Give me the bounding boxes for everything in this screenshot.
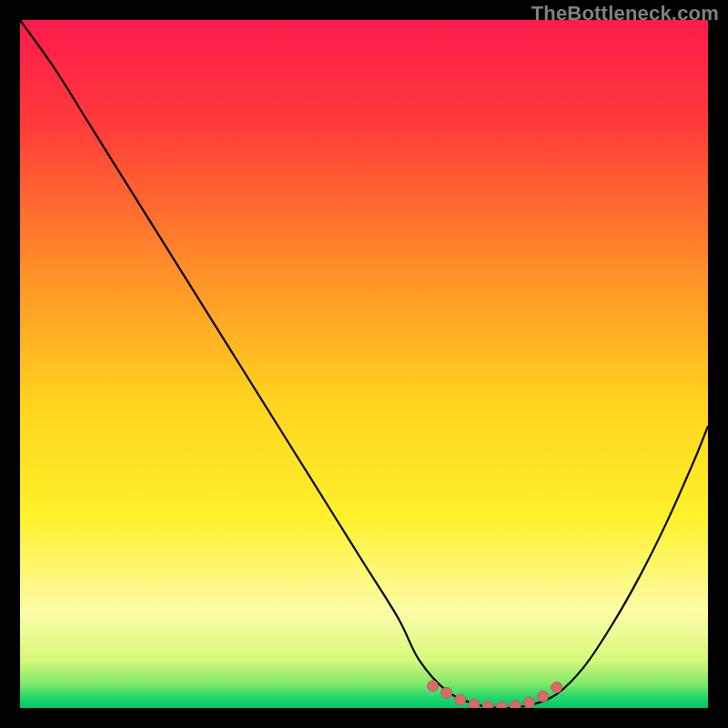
bottleneck-chart xyxy=(20,20,708,708)
optimal-marker xyxy=(482,701,493,708)
optimal-marker xyxy=(441,687,452,698)
optimal-marker xyxy=(469,699,480,708)
optimal-marker xyxy=(538,691,549,702)
optimal-marker xyxy=(523,697,534,708)
watermark-text: TheBottleneck.com xyxy=(531,2,719,25)
optimal-marker xyxy=(510,701,521,708)
optimal-marker xyxy=(428,681,439,692)
optimal-marker xyxy=(551,682,562,693)
gradient-background xyxy=(20,20,708,708)
optimal-marker xyxy=(455,694,466,705)
chart-frame xyxy=(20,20,708,708)
